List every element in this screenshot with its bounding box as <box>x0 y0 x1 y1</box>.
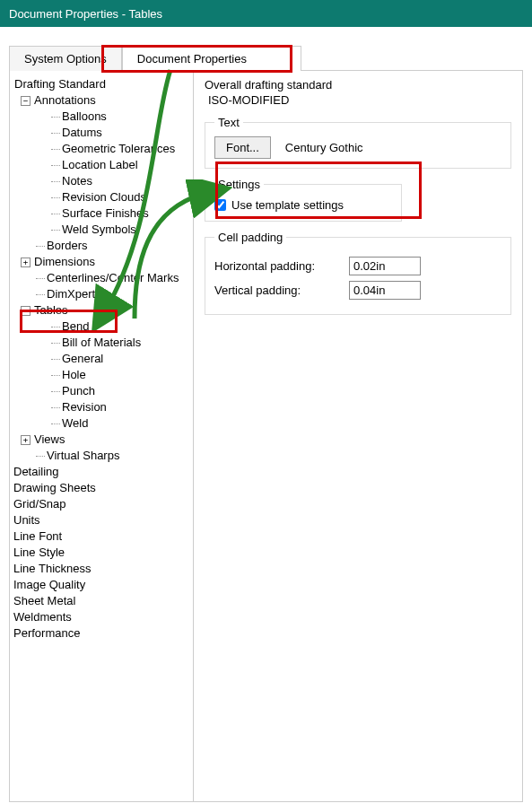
window-title: Document Properties - Tables <box>9 7 162 21</box>
tree-item[interactable]: Drawing Sheets <box>13 480 189 496</box>
tree-item[interactable]: Line Font <box>13 528 189 545</box>
collapse-icon[interactable]: − <box>21 306 31 316</box>
overall-standard-value: ISO-MODIFIED <box>205 93 511 107</box>
overall-standard-label: Overall drafting standard <box>205 78 511 92</box>
expand-icon[interactable]: + <box>21 258 31 267</box>
tree-item[interactable]: General <box>13 351 189 367</box>
tab-document-properties[interactable]: Document Properties <box>122 46 301 71</box>
tab-label: Document Properties <box>137 52 247 65</box>
tree-item[interactable]: Weld Symbols <box>13 222 189 238</box>
use-template-label: Use template settings <box>231 198 344 212</box>
tree-item[interactable]: Image Quality <box>13 577 189 593</box>
tree-item[interactable]: Geometric Tolerances <box>13 141 189 157</box>
collapse-icon[interactable]: − <box>21 96 31 106</box>
tree-item[interactable]: Punch <box>13 383 189 399</box>
tree-item[interactable]: Sheet Metal <box>13 593 189 609</box>
main-panel: Drafting Standard − Annotations Balloons… <box>9 71 523 802</box>
settings-header: Settings <box>214 178 264 191</box>
tree-item[interactable]: Performance <box>13 625 189 642</box>
tab-system-options[interactable]: System Options <box>9 46 122 71</box>
expand-icon[interactable]: + <box>21 435 31 445</box>
use-template-checkbox[interactable] <box>214 199 226 211</box>
tree-item[interactable]: Hole <box>13 367 189 383</box>
settings-group: Settings Use template settings <box>205 178 402 222</box>
tree-item-virtual-sharps[interactable]: Virtual Sharps <box>13 448 189 464</box>
vpad-label: Vertical padding: <box>214 284 349 297</box>
cell-padding-header: Cell padding <box>214 231 286 244</box>
tab-strip: System Options Document Properties <box>9 45 523 71</box>
tree-item[interactable]: Surface Finishes <box>13 205 189 222</box>
tree-item[interactable]: Grid/Snap <box>13 496 189 512</box>
tree-item-centerlines[interactable]: Centerlines/Center Marks <box>13 270 189 286</box>
tree-item[interactable]: Datums <box>13 125 189 141</box>
tree-item[interactable]: Weldments <box>13 609 189 625</box>
properties-panel: Overall drafting standard ISO-MODIFIED T… <box>194 71 522 801</box>
tree-item[interactable]: Location Label <box>13 157 189 173</box>
cell-padding-group: Cell padding Horizontal padding: Vertica… <box>205 231 511 315</box>
title-bar: Document Properties - Tables <box>0 0 532 27</box>
tree-item[interactable]: Balloons <box>13 109 189 125</box>
tree-item[interactable]: Line Thickness <box>13 561 189 577</box>
tree-item[interactable]: Revision <box>13 399 189 415</box>
tree-item-borders[interactable]: Borders <box>13 238 189 254</box>
tree-item[interactable]: Revision Clouds <box>13 189 189 205</box>
tab-label: System Options <box>24 52 107 65</box>
tree-item[interactable]: Units <box>13 512 189 528</box>
text-header: Text <box>214 116 243 129</box>
tree-item-dimxpert[interactable]: DimXpert <box>13 286 189 302</box>
hpad-label: Horizontal padding: <box>214 259 349 273</box>
tree-panel: Drafting Standard − Annotations Balloons… <box>10 71 194 801</box>
text-group: Text Font... Century Gothic <box>205 116 511 169</box>
tree-item-drafting-standard[interactable]: Drafting Standard <box>13 76 189 92</box>
tree-item-views[interactable]: + Views <box>13 432 189 448</box>
tree-item[interactable]: Bend <box>13 319 189 335</box>
tree-item[interactable]: Line Style <box>13 545 189 561</box>
font-value: Century Gothic <box>285 141 363 154</box>
vpad-input[interactable] <box>349 281 421 300</box>
tree-item-annotations[interactable]: − Annotations <box>13 92 189 109</box>
tree-item[interactable]: Weld <box>13 415 189 432</box>
tree-item-dimensions[interactable]: + Dimensions <box>13 254 189 270</box>
font-button[interactable]: Font... <box>214 136 271 159</box>
tree-item[interactable]: Bill of Materials <box>13 335 189 351</box>
tree-item[interactable]: Detailing <box>13 464 189 480</box>
tree-item[interactable]: Notes <box>13 173 189 189</box>
tree-item-tables[interactable]: − Tables <box>13 302 189 319</box>
hpad-input[interactable] <box>349 257 421 275</box>
